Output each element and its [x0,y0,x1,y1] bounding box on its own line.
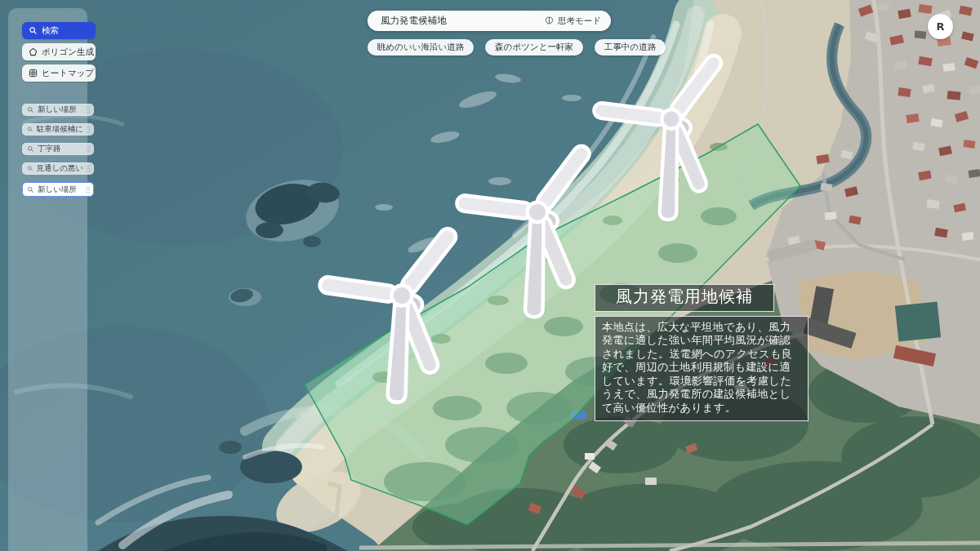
site-info-panel: 風力発電用地候補 本地点は、広大な平坦地であり、風力発電に適した強い年間平均風況… [595,284,808,421]
app-window: 検索 ポリゴン生成 ヒートマップ 新しい場所 駐車場候補に... [0,0,980,551]
tool-label: ヒートマップ [42,68,94,79]
user-avatar[interactable]: R [928,14,953,39]
saved-search-label: 駐車場候補に... [37,124,82,135]
saved-search-item-1[interactable]: 新しい場所 [22,104,94,116]
saved-search-label: 新しい場所 [38,104,77,115]
map-canvas[interactable] [0,0,980,551]
saved-search-list: 新しい場所 駐車場候補に... 丁字路 見通しの悪い... [22,104,96,197]
search-input[interactable] [368,16,544,27]
sidebar-tool-heatmap[interactable]: ヒートマップ [22,64,96,82]
drag-handle-icon[interactable] [86,145,90,153]
saved-search-label: 新しい場所 [38,184,77,195]
sidebar-tool-search[interactable]: 検索 [22,22,96,39]
search-bar: 思考モード [368,11,611,31]
drag-handle-icon[interactable] [86,126,90,133]
search-icon [29,26,38,35]
suggestion-chip-1[interactable]: 眺めのいい海沿い道路 [368,39,474,56]
pentagon-icon [29,47,38,56]
search-icon [27,106,34,113]
sidebar: 検索 ポリゴン生成 ヒートマップ 新しい場所 駐車場候補に... [8,8,87,551]
thinking-mode-icon [544,16,555,26]
sidebar-tool-polygon[interactable]: ポリゴン生成 [22,43,96,60]
tool-label: 検索 [42,25,59,37]
saved-search-label: 見通しの悪い... [37,163,82,174]
search-icon [27,186,34,193]
saved-search-item-3[interactable]: 丁字路 [22,143,94,155]
drag-handle-icon[interactable] [86,186,90,193]
suggestion-chip-2[interactable]: 森のポツンと一軒家 [485,39,583,56]
info-panel-title: 風力発電用地候補 [595,284,774,312]
suggestion-chips: 眺めのいい海沿い道路 森のポツンと一軒家 工事中の道路 [368,39,666,56]
heatmap-grid-icon [29,69,38,78]
tool-label: ポリゴン生成 [42,47,94,58]
saved-search-label: 丁字路 [38,144,61,154]
thinking-mode-label: 思考モード [558,16,601,27]
saved-search-item-2[interactable]: 駐車場候補に... [22,123,94,136]
saved-search-item-5[interactable]: 新しい場所 [22,182,94,197]
drag-handle-icon[interactable] [86,165,90,172]
thinking-mode-toggle[interactable]: 思考モード [544,16,611,27]
search-icon [27,126,33,133]
info-panel-body: 本地点は、広大な平坦地であり、風力発電に適した強い年間平均風況が確認されました。… [595,316,808,421]
suggestion-chip-3[interactable]: 工事中の道路 [595,39,666,56]
search-icon [27,165,33,172]
saved-search-item-4[interactable]: 見通しの悪い... [22,162,94,175]
search-icon [27,145,34,153]
drag-handle-icon[interactable] [86,106,90,113]
